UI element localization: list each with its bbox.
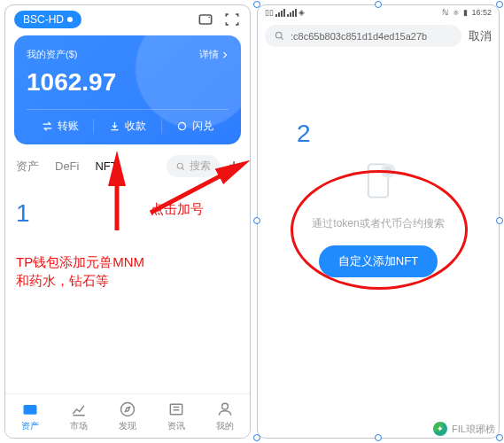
chain-chip[interactable]: BSC-HD bbox=[14, 11, 81, 28]
annotation-number-2: 2 bbox=[297, 120, 311, 148]
transfer-button[interactable]: 转账 bbox=[27, 119, 93, 134]
bottom-nav: 资产 市场 发现 资讯 我的 bbox=[5, 393, 250, 438]
nav-discover[interactable]: 发现 bbox=[119, 400, 136, 432]
transfer-icon bbox=[42, 120, 53, 132]
receive-icon bbox=[109, 120, 120, 132]
svg-rect-4 bbox=[23, 405, 36, 415]
bluetooth-icon: ⨳ bbox=[452, 8, 460, 17]
signal-icon bbox=[275, 9, 285, 17]
compass-icon bbox=[119, 400, 136, 418]
custom-add-nft-button[interactable]: 自定义添加NFT bbox=[319, 245, 438, 277]
tab-nft[interactable]: NFT bbox=[95, 159, 117, 173]
scan-icon[interactable] bbox=[223, 11, 241, 28]
watermark: ✦ FIL琅琊榜 bbox=[433, 422, 495, 436]
watermark-text: FIL琅琊榜 bbox=[452, 423, 495, 436]
user-icon bbox=[216, 400, 234, 418]
signal-icon-2 bbox=[287, 9, 297, 17]
wallet-icon bbox=[21, 400, 39, 418]
wechat-icon: ✦ bbox=[433, 422, 447, 436]
tab-defi[interactable]: DeFi bbox=[55, 159, 79, 173]
search-icon bbox=[175, 161, 186, 172]
battery-icon: ▮ bbox=[463, 8, 468, 17]
tabs-row: 资产 DeFi NFT 搜索 + bbox=[5, 152, 250, 183]
status-time: 16:52 bbox=[471, 8, 492, 17]
nfc-icon: ℕ bbox=[442, 8, 448, 17]
chevron-right-icon bbox=[221, 51, 229, 58]
svg-rect-0 bbox=[199, 15, 211, 24]
svg-point-3 bbox=[178, 163, 183, 168]
nav-news[interactable]: 资讯 bbox=[167, 400, 185, 432]
wifi-icon: ◈ bbox=[299, 8, 305, 17]
empty-hint-text: 通过token或者代币合约搜索 bbox=[258, 216, 499, 231]
annotation-plus-hint: 点击加号 bbox=[151, 199, 204, 218]
svg-text:?: ? bbox=[385, 166, 391, 176]
search-pill[interactable]: 搜索 bbox=[167, 155, 220, 177]
asset-amount: 1062.97 bbox=[27, 68, 229, 97]
chain-label: BSC-HD bbox=[23, 13, 64, 26]
nav-mine[interactable]: 我的 bbox=[216, 400, 234, 432]
empty-state: ? 通过token或者代币合约搜索 自定义添加NFT bbox=[258, 156, 499, 277]
asset-detail-link[interactable]: 详情 bbox=[199, 48, 229, 61]
status-hd-icon: ▯▯ bbox=[265, 8, 274, 17]
search-input[interactable]: :c8c65b803c851d1d4ed15a27b bbox=[265, 25, 461, 47]
annotation-tp-text: TP钱包添加元兽MNM 和药水，钻石等 bbox=[16, 253, 144, 290]
news-icon bbox=[167, 400, 185, 418]
nav-assets[interactable]: 资产 bbox=[21, 400, 39, 432]
svg-point-8 bbox=[275, 32, 282, 38]
search-row: :c8c65b803c851d1d4ed15a27b 取消 bbox=[258, 19, 499, 52]
svg-point-7 bbox=[222, 403, 229, 409]
chain-status-dot bbox=[67, 17, 73, 22]
right-phone-screenshot: ▯▯ ◈ ℕ ⨳ ▮ 16:52 :c8c65b803c851d1d4ed15a… bbox=[257, 4, 500, 439]
nav-market[interactable]: 市场 bbox=[70, 400, 88, 432]
left-phone-screenshot: BSC-HD 我的资产($) 详情 1062.97 转账 收款 bbox=[4, 4, 251, 439]
asset-actions: 转账 收款 闪兑 bbox=[27, 109, 229, 134]
search-icon bbox=[274, 30, 285, 42]
receive-button[interactable]: 收款 bbox=[93, 119, 160, 134]
add-button[interactable]: + bbox=[229, 156, 239, 176]
status-bar: ▯▯ ◈ ℕ ⨳ ▮ 16:52 bbox=[258, 5, 499, 19]
swap-icon bbox=[176, 120, 188, 132]
tab-assets[interactable]: 资产 bbox=[16, 159, 39, 175]
camera-qr-icon[interactable] bbox=[197, 11, 214, 28]
search-value: :c8c65b803c851d1d4ed15a27b bbox=[291, 31, 427, 42]
cancel-button[interactable]: 取消 bbox=[469, 28, 492, 44]
svg-point-1 bbox=[208, 17, 210, 19]
chart-icon bbox=[70, 400, 88, 418]
swap-button[interactable]: 闪兑 bbox=[161, 119, 229, 134]
empty-state-icon: ? bbox=[353, 156, 403, 206]
asset-title: 我的资产($) bbox=[27, 48, 77, 61]
svg-rect-6 bbox=[170, 404, 182, 415]
asset-card: 我的资产($) 详情 1062.97 转账 收款 闪兑 bbox=[14, 35, 241, 144]
top-bar: BSC-HD bbox=[5, 5, 250, 32]
annotation-number-1: 1 bbox=[16, 199, 30, 228]
svg-point-5 bbox=[120, 402, 134, 416]
